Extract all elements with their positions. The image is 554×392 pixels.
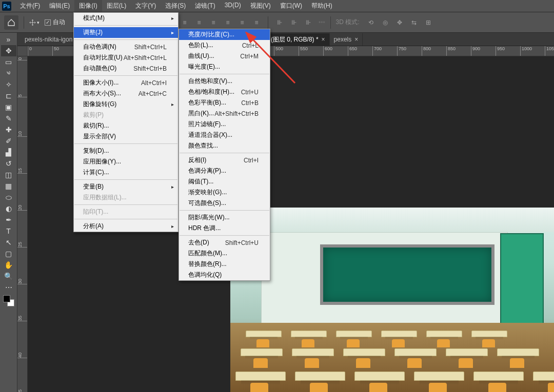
menu-视图[interactable]: 视图(V) — [246, 0, 275, 12]
menu-窗口[interactable]: 窗口(W) — [275, 0, 307, 12]
menu-item[interactable]: 变量(B) — [74, 181, 178, 192]
align-left-button[interactable]: ≡ — [179, 17, 191, 28]
document-tab[interactable]: pexels× — [330, 33, 363, 46]
menu-item[interactable]: 裁切(R)... — [74, 120, 178, 131]
align-top-button[interactable]: ≡ — [222, 17, 234, 28]
tool-brush[interactable]: ✐ — [1, 135, 16, 147]
menu-item[interactable]: 通道混合器(X)... — [179, 130, 270, 140]
menu-item[interactable]: 调整(J) — [74, 27, 178, 38]
tool-type[interactable]: T — [1, 225, 16, 237]
menu-item[interactable]: HDR 色调... — [179, 223, 270, 234]
tool-wand[interactable]: ✧ — [1, 79, 16, 90]
menu-item[interactable]: 自动颜色(O)Shift+Ctrl+B — [74, 63, 178, 74]
tab-close-icon[interactable]: × — [354, 36, 358, 43]
auto-select-option[interactable]: ✓ 自动 — [45, 18, 65, 27]
tab-close-icon[interactable]: × — [322, 36, 325, 43]
tool-eyedropper[interactable]: ✎ — [1, 113, 16, 124]
menu-item[interactable]: 颜色查找... — [179, 140, 270, 151]
tool-gradient[interactable]: ▦ — [1, 180, 16, 192]
menu-item[interactable]: 亮度/对比度(C)... — [179, 29, 270, 40]
menu-item[interactable]: 画布大小(S)...Alt+Ctrl+C — [74, 88, 178, 99]
menu-item[interactable]: 自动色调(N)Shift+Ctrl+L — [74, 42, 178, 52]
menu-item[interactable]: 分析(A) — [74, 221, 178, 232]
tool-heal[interactable]: ✚ — [1, 124, 16, 135]
menu-item[interactable]: 色彩平衡(B)...Ctrl+B — [179, 97, 270, 108]
menu-item[interactable]: 反相(I)Ctrl+I — [179, 155, 270, 166]
menu-item[interactable]: 自动对比度(U)Alt+Shift+Ctrl+L — [74, 52, 178, 63]
adjust-submenu-dropdown[interactable]: 亮度/对比度(C)...色阶(L)...Ctrl+L曲线(U)...Ctrl+M… — [179, 29, 270, 281]
menu-item[interactable]: 自然饱和度(V)... — [179, 76, 270, 87]
menu-item[interactable]: 显示全部(V) — [74, 131, 178, 142]
tool-path[interactable]: ↖ — [1, 237, 16, 248]
color-swatches[interactable] — [3, 295, 14, 306]
menu-3d[interactable]: 3D(D) — [220, 0, 246, 12]
tool-zoom[interactable]: 🔍 — [1, 271, 16, 282]
canvas-image[interactable] — [230, 208, 554, 392]
menu-选择[interactable]: 选择(S) — [161, 0, 190, 12]
roll-button[interactable]: ◎ — [379, 17, 391, 28]
menu-item[interactable]: 渐变映射(G)... — [179, 187, 270, 198]
move-tool-indicator[interactable]: ▾ — [29, 17, 39, 28]
menu-item[interactable]: 计算(C)... — [74, 167, 178, 178]
tool-marquee[interactable]: ▭ — [1, 56, 16, 68]
home-button[interactable] — [4, 15, 18, 30]
align-right-button[interactable]: ≡ — [207, 17, 220, 28]
tool-stamp[interactable]: ▟ — [1, 147, 16, 158]
tool-pen[interactable]: ✒ — [1, 214, 16, 225]
align-middle-button[interactable]: ≡ — [236, 17, 248, 28]
orbit-button[interactable]: ⟲ — [365, 17, 377, 28]
tool-eraser[interactable]: ◫ — [1, 169, 16, 180]
menu-item[interactable]: 去色(D)Shift+Ctrl+U — [179, 237, 270, 248]
menu-item[interactable]: 色相/饱和度(H)...Ctrl+U — [179, 87, 270, 97]
tool-history-brush[interactable]: ↺ — [1, 158, 16, 169]
menu-item[interactable]: 曝光度(E)... — [179, 61, 270, 72]
menu-文件[interactable]: 文件(F) — [15, 0, 45, 12]
menu-item[interactable]: 照片滤镜(F)... — [179, 119, 270, 130]
menu-滤镜[interactable]: 滤镜(T) — [190, 0, 220, 12]
menu-item[interactable]: 应用图像(Y)... — [74, 156, 178, 167]
menu-item[interactable]: 阴影/高光(W)... — [179, 212, 270, 223]
menu-图像[interactable]: 图像(I) — [74, 0, 102, 12]
distribute-3-button[interactable]: ⊪ — [302, 17, 314, 28]
tool-dodge[interactable]: ◐ — [1, 203, 16, 214]
image-menu-dropdown[interactable]: 模式(M)调整(J)自动色调(N)Shift+Ctrl+L自动对比度(U)Alt… — [73, 12, 179, 232]
tool-blur[interactable]: ⬭ — [1, 192, 16, 203]
tool-hand[interactable]: ✋ — [1, 259, 16, 271]
menu-文字[interactable]: 文字(Y) — [131, 0, 161, 12]
tool-crop[interactable]: ⊏ — [1, 90, 16, 101]
tool-shape[interactable]: ▢ — [1, 248, 16, 259]
menu-item[interactable]: 色阶(L)...Ctrl+L — [179, 40, 270, 51]
align-bottom-button[interactable]: ≡ — [250, 17, 263, 28]
image-desk — [235, 372, 286, 381]
menu-item[interactable]: 阈值(T)... — [179, 176, 270, 187]
menu-帮助[interactable]: 帮助(H) — [307, 0, 337, 12]
ruler-tick: 550 — [299, 46, 308, 56]
menu-item[interactable]: 图像旋转(G) — [74, 99, 178, 110]
pan-button[interactable]: ✥ — [393, 17, 406, 28]
tool-lasso[interactable]: ༄ — [1, 68, 16, 79]
distribute-h-button[interactable]: ⊪ — [273, 17, 286, 28]
distribute-v-button[interactable]: ⊪ — [288, 17, 300, 28]
menu-item[interactable]: 可选颜色(S)... — [179, 198, 270, 209]
menu-图层[interactable]: 图层(L) — [102, 0, 131, 12]
foreground-swatch[interactable] — [3, 295, 10, 302]
tool-move[interactable]: ✥ — [1, 45, 16, 56]
menu-item[interactable]: 图像大小(I)...Alt+Ctrl+I — [74, 77, 178, 88]
ruler-tick: 0 — [17, 56, 28, 60]
zoom3d-button[interactable]: ⊞ — [422, 17, 434, 28]
menu-item[interactable]: 模式(M) — [74, 13, 178, 24]
menu-item[interactable]: 色调分离(P)... — [179, 166, 270, 176]
menu-item[interactable]: 色调均化(Q) — [179, 270, 270, 280]
tool-frame[interactable]: ▣ — [1, 101, 16, 113]
menu-item[interactable]: 曲线(U)...Ctrl+M — [179, 51, 270, 61]
menu-item[interactable]: 匹配颜色(M)... — [179, 248, 270, 259]
expand-tool[interactable]: » — [1, 34, 16, 45]
slide-button[interactable]: ⇆ — [408, 17, 420, 28]
menu-item[interactable]: 替换颜色(R)... — [179, 259, 270, 270]
menu-item[interactable]: 复制(D)... — [74, 146, 178, 156]
menu-编辑[interactable]: 编辑(E) — [45, 0, 74, 12]
menu-item[interactable]: 黑白(K)...Alt+Shift+Ctrl+B — [179, 108, 270, 119]
align-center-button[interactable]: ≡ — [193, 17, 205, 28]
tool-more[interactable]: ⋯ — [1, 282, 16, 293]
image-chair — [488, 383, 506, 393]
